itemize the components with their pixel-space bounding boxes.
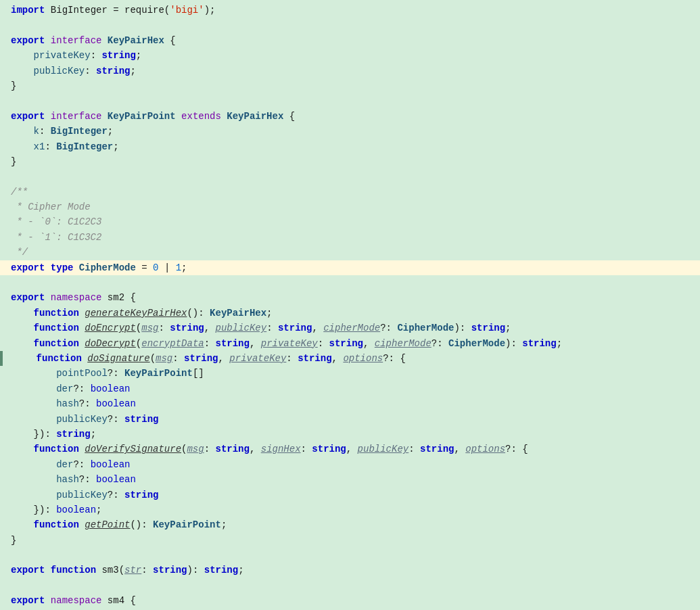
code-line-14: * Cipher Mode [0,200,700,214]
code-line-27: hash?: boolean [0,396,700,411]
code-line-5: publicKey: string; [0,64,700,78]
code-line-35: function getPoint(): KeyPairPoint; [0,517,700,532]
code-line-26: der?: boolean [0,381,700,396]
code-line-19 [0,275,700,290]
code-line-37 [0,548,700,563]
code-line-17: */ [0,245,700,260]
code-line-1: import BigInteger = require('bigi'); [0,3,700,18]
code-line-28: publicKey?: string [0,412,700,427]
code-line-31: der?: boolean [0,457,700,472]
code-line-40: export namespace sm4 { [0,593,700,608]
code-line-20: export namespace sm2 { [0,290,700,305]
code-line-6: } [0,78,700,93]
code-line-25: pointPool?: KeyPairPoint[] [0,366,700,381]
code-line-8: export interface KeyPairPoint extends Ke… [0,109,700,124]
code-line-36: } [0,533,700,548]
code-line-12 [0,169,700,184]
code-line-10: x1: BigInteger; [0,139,700,154]
code-line-23: function doDecrypt(encryptData: string, … [0,336,700,351]
code-line-18: export type CipherMode = 0 | 1; [0,260,700,275]
code-line-34: }): boolean; [0,502,700,517]
line-content-1: import BigInteger = require('bigi'); [3,3,695,18]
code-line-15: * - `0`: C1C2C3 [0,214,700,229]
code-line-11: } [0,154,700,169]
code-line-29: }): string; [0,427,700,442]
code-line-3: export interface KeyPairHex { [0,33,700,48]
code-line-30: function doVerifySignature(msg: string, … [0,442,700,456]
code-line-16: * - `1`: C1C3C2 [0,230,700,245]
code-line-24: function doSignature(msg: string, privat… [0,351,700,366]
code-line-9: k: BigInteger; [0,124,700,139]
code-line-22: function doEncrypt(msg: string, publicKe… [0,321,700,335]
code-line-39 [0,578,700,593]
code-line-32: hash?: boolean [0,472,700,487]
code-editor: import BigInteger = require('bigi'); exp… [0,0,700,610]
code-line-21: function generateKeyPairHex(): KeyPairHe… [0,306,700,321]
code-line-7 [0,93,700,108]
code-line-13: /** [0,185,700,200]
code-line-4: privateKey: string; [0,48,700,63]
code-line-33: publicKey?: string [0,488,700,502]
code-line-2 [0,18,700,32]
code-line-38: export function sm3(str: string): string… [0,563,700,578]
